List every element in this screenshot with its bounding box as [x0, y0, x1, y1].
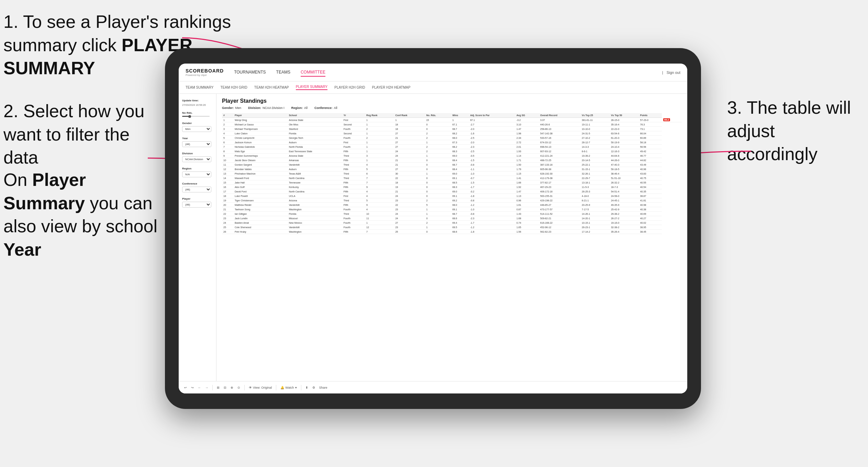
table-cell: Third — [342, 171, 365, 176]
subnav-player-summary[interactable]: PLAYER SUMMARY — [296, 85, 327, 90]
table-cell: Michael Le Sasso — [233, 122, 288, 127]
table-row[interactable]: 5Christo LamprechtGeorgia TechFourth2212… — [222, 136, 682, 140]
sidebar-update: Update time: 27/03/2024 16:56:26 — [182, 99, 213, 107]
table-row[interactable]: 26Petr HrubyWashingtonFifth725068.6-1.81… — [222, 230, 682, 234]
table-cell: 18 — [394, 127, 425, 131]
division-select[interactable]: NCAA Division I — [182, 156, 211, 162]
table-cell: Ian Gilligan — [233, 212, 288, 216]
table-cell: 1 — [425, 225, 451, 230]
table-cell: 1.13 — [515, 194, 539, 198]
toolbar-share[interactable]: Share — [319, 386, 327, 389]
annotation-3: On Player Summary you can also view by s… — [3, 168, 158, 261]
sign-out-link[interactable]: Sign out — [667, 70, 680, 75]
table-row[interactable]: 9Preston SummerhaysArizona StateThird324… — [222, 154, 682, 158]
table-row[interactable]: 13Phichaksn MaichonTexas A&MThird630169.… — [222, 171, 682, 176]
table-cell: 27 — [394, 221, 425, 225]
toolbar-settings-icon[interactable]: ⚙ — [312, 386, 315, 389]
table-cell: 7 — [365, 180, 394, 185]
player-select[interactable]: (All) — [182, 202, 211, 208]
table-cell: -1.5 — [469, 180, 515, 185]
toolbar-grid[interactable]: ⊞ — [217, 386, 220, 389]
table-cell: 440-26-6 — [539, 122, 580, 127]
filter-gender-value: Men — [235, 106, 242, 110]
year-select[interactable]: (All) — [182, 141, 211, 147]
toolbar-view[interactable]: 👁 View: Original — [249, 386, 272, 389]
table-row[interactable]: 15Jake HallTennesseeFifth718068.5-1.51.6… — [222, 180, 682, 185]
no-rds-slider[interactable] — [182, 116, 210, 117]
table-cell: 28-12-7 — [580, 140, 610, 145]
table-cell: First — [342, 118, 365, 122]
subnav-team-h2h-grid[interactable]: TEAM H2H GRID — [221, 86, 247, 89]
table-cell: Florida — [288, 131, 342, 136]
table-cell: Maxwell Ford — [233, 176, 288, 180]
subnav-player-h2h-grid[interactable]: PLAYER H2H GRID — [334, 86, 365, 89]
table-cell: 1 — [425, 154, 451, 158]
subnav-player-h2h-heatmap[interactable]: PLAYER H2H HEATMAP — [372, 86, 411, 89]
subnav-team-summary[interactable]: TEAM SUMMARY — [186, 86, 214, 89]
table-row[interactable]: 21Taehoon SongWashingtonFourth423169.1-1… — [222, 207, 682, 212]
table-row[interactable]: 11Gordon SargentVanderbiltThird421068.7-… — [222, 163, 682, 167]
toolbar-undo[interactable]: ↩ — [184, 386, 187, 389]
gender-select[interactable]: Men — [182, 126, 211, 132]
toolbar-share-label: Share — [319, 386, 327, 389]
toolbar-forward[interactable]: → — [205, 386, 208, 389]
table-cell: 1 — [365, 140, 394, 145]
nav-link-tournaments[interactable]: TOURNAMENTS — [234, 68, 266, 77]
table-row[interactable]: 25Cole SherwoodVanderbiltFourth1223169.5… — [222, 225, 682, 230]
toolbar-watch[interactable]: 🔔 Watch ▾ — [280, 386, 297, 389]
table-row[interactable]: 24Bastien AmatNew MexicoFourth127269.4-1… — [222, 221, 682, 225]
table-row[interactable]: 10Jacob Skov OlesenArkansasFifth121068.4… — [222, 158, 682, 163]
table-cell: Luke Powell — [233, 194, 288, 198]
table-cell: 25-42-9 — [610, 207, 639, 212]
table-cell: 68.6 — [451, 216, 469, 221]
gender-label: Gender — [182, 122, 213, 125]
table-row[interactable]: 12Brendan ValdesAuburnFifth527068.4-1.11… — [222, 167, 682, 171]
subnav-team-h2h-heatmap[interactable]: TEAM H2H HEATMAP — [254, 86, 289, 89]
table-row[interactable]: 17David FordNorth CarolinaFifth421069.0-… — [222, 189, 682, 194]
table-row[interactable]: 16Alex GoffKentuckyFifth919068.3-1.71.92… — [222, 185, 682, 189]
nav-link-teams[interactable]: TEAMS — [276, 68, 290, 77]
toolbar-plus[interactable]: ⊕ — [231, 386, 233, 389]
logo-sub: Powered by clipd — [186, 74, 224, 77]
table-row[interactable]: 7Nicholas GabrelcikNorth FloridaFourth12… — [222, 145, 682, 149]
toolbar-back[interactable]: ← — [198, 386, 201, 389]
table-row[interactable]: 4Luke ClatonFloridaSecond127268.2-1.61.9… — [222, 131, 682, 136]
table-cell: 40.75 — [639, 176, 662, 180]
region-select[interactable]: N/A — [182, 171, 211, 177]
table-cell: 63-54-6 — [610, 131, 639, 136]
year-label: Year — [182, 137, 213, 140]
table-row[interactable]: 20Matthew RiedelVanderbiltFifth922568.0-… — [222, 203, 682, 207]
table-cell: 26-23-1 — [580, 225, 610, 230]
table-cell: 68.3 — [451, 185, 469, 189]
toolbar-minus[interactable]: ⊟ — [224, 386, 226, 389]
table-cell: 21 — [394, 163, 425, 167]
table-cell: 509-82-21 — [539, 216, 580, 221]
table-cell: 1.79 — [515, 167, 539, 171]
table-row[interactable]: 23Jack LundinMissouriFourth1124068.6-2.3… — [222, 216, 682, 221]
table-row[interactable]: 2Michael Le SassoOle MissSecond118067.1-… — [222, 122, 682, 127]
sidebar-year: Year (All) — [182, 137, 213, 147]
table-row[interactable]: 3Michael ThorbjornsenStanfordFourth21806… — [222, 127, 682, 131]
table-row[interactable]: 14Maxwell FordNorth CarolinaThird722069.… — [222, 176, 682, 180]
conference-select[interactable]: (All) — [182, 187, 211, 192]
nav-link-committee[interactable]: COMMITTEE — [301, 68, 325, 77]
nav-right: | Sign out — [662, 70, 680, 75]
table-cell: 18-7-3 — [610, 185, 639, 189]
no-rds-label: No Rds. — [182, 111, 213, 114]
table-cell: 40.69 — [639, 212, 662, 216]
table-cell: Third — [342, 198, 365, 203]
table-cell: Petr Hruby — [233, 230, 288, 234]
ann2-text: 2. Select how you want to filter the dat… — [3, 101, 144, 167]
filter-gender-label: Gender: — [222, 106, 234, 110]
table-row[interactable]: 19Tiger ChristensenArizonaThird523269.2-… — [222, 198, 682, 203]
table-row[interactable]: 18Luke PowellUCLAFirst424069.1-1.81.1350… — [222, 194, 682, 198]
table-row[interactable]: 22Ian GilliganFloridaThird1024168.7-0.81… — [222, 212, 682, 216]
table-row[interactable]: 6Jackson KoivunAuburnFirst127167.3-2.02.… — [222, 140, 682, 145]
table-cell: 50-18-5 — [610, 167, 639, 171]
toolbar-redo[interactable]: ↪ — [191, 386, 194, 389]
table-row[interactable]: 8Mats EgeEast Tennessee StateFifth124268… — [222, 149, 682, 154]
toolbar-circle[interactable]: ⊙ — [237, 386, 240, 389]
table-cell: 38.87 — [639, 194, 662, 198]
table-cell: 1 — [425, 140, 451, 145]
table-row[interactable]: 1Wenyi DingArizona StateFirst1115167.1-3… — [222, 118, 682, 122]
